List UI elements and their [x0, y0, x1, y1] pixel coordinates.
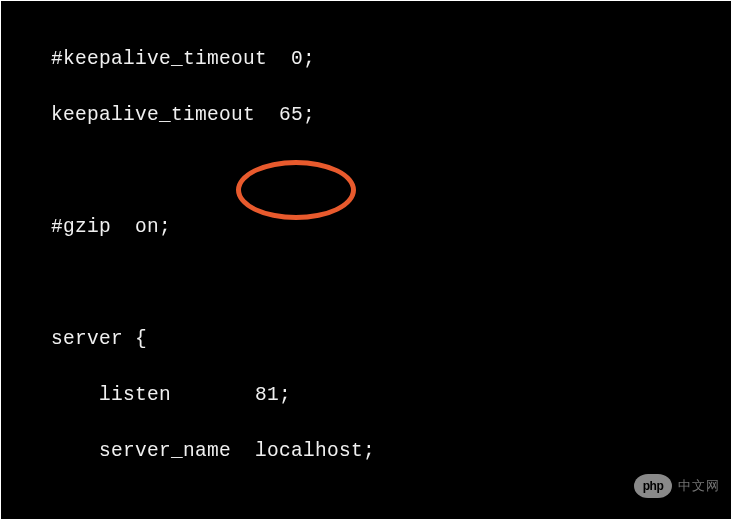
- code-line: #gzip on;: [51, 213, 731, 241]
- watermark: php 中文网: [634, 474, 720, 498]
- watermark-text: 中文网: [678, 477, 720, 495]
- code-line: server {: [51, 325, 731, 353]
- code-line: [51, 157, 731, 185]
- code-line: keepalive_timeout 65;: [51, 101, 731, 129]
- code-line: listen 81;: [51, 381, 731, 409]
- code-line: #keepalive_timeout 0;: [51, 45, 731, 73]
- code-line: server_name localhost;: [51, 437, 731, 465]
- code-line: [51, 493, 731, 520]
- code-line: [51, 269, 731, 297]
- watermark-logo-icon: php: [634, 474, 672, 498]
- terminal-code-block: #keepalive_timeout 0; keepalive_timeout …: [1, 1, 731, 519]
